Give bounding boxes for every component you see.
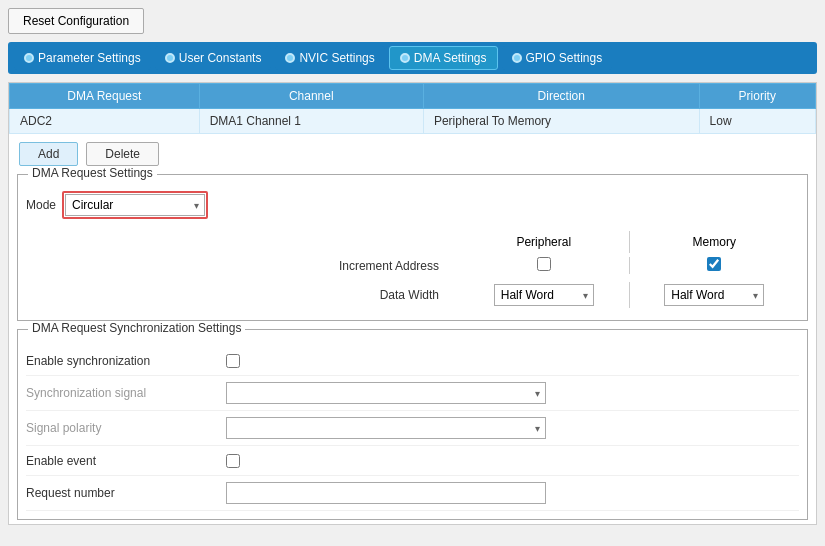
tab-dma-settings[interactable]: DMA Settings — [389, 46, 498, 70]
data-width-label: Data Width — [26, 288, 459, 302]
mode-label: Mode — [26, 198, 56, 212]
reset-configuration-button[interactable]: Reset Configuration — [8, 8, 144, 34]
tab-dot-icon — [165, 53, 175, 63]
request-number-label: Request number — [26, 486, 226, 500]
cell-dma-request: ADC2 — [10, 109, 200, 134]
main-container: Reset Configuration Parameter Settings U… — [0, 0, 825, 533]
memory-col-header: Memory — [629, 231, 800, 253]
col-header-direction: Direction — [423, 84, 699, 109]
add-button[interactable]: Add — [19, 142, 78, 166]
cell-channel: DMA1 Channel 1 — [199, 109, 423, 134]
peripheral-col-header: Peripheral — [459, 231, 629, 253]
memory-increment-checkbox[interactable] — [707, 257, 721, 271]
request-number-row: Request number — [26, 476, 799, 511]
col-header-dma-request: DMA Request — [10, 84, 200, 109]
pm-header-area: Peripheral Memory — [26, 231, 799, 253]
tabs-bar: Parameter Settings User Constants NVIC S… — [8, 42, 817, 74]
mode-select-wrapper: Normal Circular — [62, 191, 208, 219]
enable-sync-checkbox[interactable] — [226, 354, 240, 368]
signal-polarity-label: Signal polarity — [26, 421, 226, 435]
sync-signal-label: Synchronization signal — [26, 386, 226, 400]
tab-dot-icon — [400, 53, 410, 63]
col-header-priority: Priority — [699, 84, 815, 109]
col-header-channel: Channel — [199, 84, 423, 109]
request-number-input[interactable] — [226, 482, 546, 504]
memory-data-width-cell: Byte Half Word Word — [629, 282, 800, 308]
mode-select-container: Normal Circular — [65, 194, 205, 216]
pm-two-cols: Peripheral Memory — [459, 231, 799, 253]
mode-row: Mode Normal Circular — [26, 191, 799, 219]
peripheral-dw-select-container: Byte Half Word Word — [494, 284, 594, 306]
tab-label-dma-settings: DMA Settings — [414, 51, 487, 65]
signal-polarity-select[interactable] — [226, 417, 546, 439]
data-width-row: Data Width Byte Half Word Word — [26, 282, 799, 308]
enable-event-checkbox[interactable] — [226, 454, 240, 468]
dma-sync-settings-group: DMA Request Synchronization Settings Ena… — [17, 329, 808, 520]
tab-dot-icon — [24, 53, 34, 63]
peripheral-data-width-select[interactable]: Byte Half Word Word — [494, 284, 594, 306]
enable-event-row: Enable event — [26, 446, 799, 476]
dma-table-area: DMA Request Channel Direction Priority A… — [8, 82, 817, 525]
tab-gpio-settings[interactable]: GPIO Settings — [502, 46, 613, 70]
tab-parameter-settings[interactable]: Parameter Settings — [14, 46, 151, 70]
dw-selects: Byte Half Word Word Byte Half Word Word — [459, 282, 799, 308]
table-row[interactable]: ADC2 DMA1 Channel 1 Peripheral To Memory… — [10, 109, 816, 134]
signal-polarity-select-container — [226, 417, 546, 439]
sync-signal-select-container — [226, 382, 546, 404]
tab-nvic-settings[interactable]: NVIC Settings — [275, 46, 384, 70]
tab-label-user-constants: User Constants — [179, 51, 262, 65]
peripheral-increment-checkbox[interactable] — [537, 257, 551, 271]
dma-sync-settings-legend: DMA Request Synchronization Settings — [28, 321, 245, 335]
tab-label-gpio-settings: GPIO Settings — [526, 51, 603, 65]
memory-dw-select-container: Byte Half Word Word — [664, 284, 764, 306]
dma-table: DMA Request Channel Direction Priority A… — [9, 83, 816, 134]
mode-select[interactable]: Normal Circular — [65, 194, 205, 216]
memory-data-width-select[interactable]: Byte Half Word Word — [664, 284, 764, 306]
tab-label-parameter-settings: Parameter Settings — [38, 51, 141, 65]
dma-request-settings-group: DMA Request Settings Mode Normal Circula… — [17, 174, 808, 321]
pm-checks — [459, 257, 799, 274]
increment-address-row: Increment Address — [26, 257, 799, 274]
memory-increment-cell — [629, 257, 800, 274]
cell-priority: Low — [699, 109, 815, 134]
sync-signal-select[interactable] — [226, 382, 546, 404]
dma-request-settings-legend: DMA Request Settings — [28, 166, 157, 180]
peripheral-data-width-cell: Byte Half Word Word — [459, 282, 629, 308]
tab-user-constants[interactable]: User Constants — [155, 46, 272, 70]
tab-label-nvic-settings: NVIC Settings — [299, 51, 374, 65]
tab-dot-icon — [285, 53, 295, 63]
delete-button[interactable]: Delete — [86, 142, 159, 166]
peripheral-increment-cell — [459, 257, 629, 274]
cell-direction: Peripheral To Memory — [423, 109, 699, 134]
increment-address-label: Increment Address — [26, 259, 459, 273]
enable-sync-label: Enable synchronization — [26, 354, 226, 368]
enable-sync-row: Enable synchronization — [26, 346, 799, 376]
sync-signal-row: Synchronization signal — [26, 376, 799, 411]
tab-dot-icon — [512, 53, 522, 63]
signal-polarity-row: Signal polarity — [26, 411, 799, 446]
enable-event-label: Enable event — [26, 454, 226, 468]
